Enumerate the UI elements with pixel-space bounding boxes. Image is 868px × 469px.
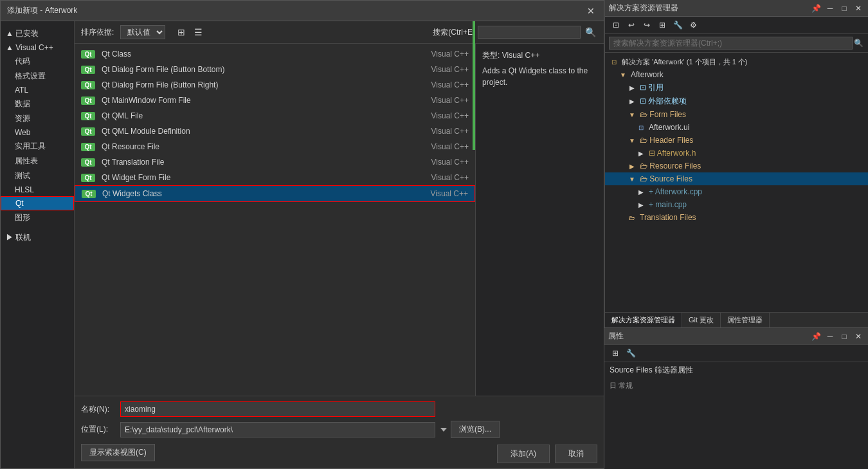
props-maximize-button[interactable]: □ xyxy=(838,331,850,342)
tree-item-form-files[interactable]: ▼ 🗁 Form Files xyxy=(605,108,868,121)
item-name-qt-widgets: Qt Widgets Class xyxy=(102,189,410,198)
maximize-button[interactable]: □ xyxy=(838,3,850,14)
minimize-button[interactable]: ─ xyxy=(824,3,836,14)
tree-label-form-files: 🗁 Form Files xyxy=(640,110,686,119)
search-label: 搜索(Ctrl+E) xyxy=(433,27,475,38)
item-type: Visual C++ xyxy=(417,50,469,59)
list-item[interactable]: Qt Qt Widget Form File Visual C++ xyxy=(75,170,475,185)
list-item-qt-widgets-class[interactable]: Qt Qt Widgets Class Visual C++ xyxy=(75,185,475,202)
sidebar-item-code[interactable]: 代码 xyxy=(1,54,74,69)
qt-badge: Qt xyxy=(81,112,95,120)
close-panel-button[interactable]: ✕ xyxy=(853,3,864,14)
sidebar-item-resource[interactable]: 资源 xyxy=(1,111,74,126)
list-view-button[interactable]: ☰ xyxy=(191,25,205,39)
props-pin-button[interactable]: 📌 xyxy=(810,331,822,342)
tree-item-references[interactable]: ▶ ⊡ 引用 xyxy=(605,81,868,95)
item-name: Qt Dialog Form File (Button Bottom) xyxy=(102,65,411,74)
tree-label-references: ⊡ 引用 xyxy=(640,82,664,93)
se-toolbar-btn-6[interactable]: ⚙ xyxy=(686,19,700,31)
tree-label-afterwork-h: ⊟ Afterwork.h xyxy=(649,149,696,158)
props-minimize-button[interactable]: ─ xyxy=(824,331,836,342)
sidebar-item-web[interactable]: Web xyxy=(1,126,74,139)
list-item[interactable]: Qt Qt Translation File Visual C++ xyxy=(75,154,475,170)
properties-title: 属性 xyxy=(608,331,624,342)
sidebar-item-graphics[interactable]: 图形 xyxy=(1,210,74,225)
item-type: Visual C++ xyxy=(417,173,469,182)
properties-filter-label: Source Files 筛选器属性 xyxy=(604,362,868,378)
tree-item-resource-files[interactable]: ▶ 🗁 Resource Files xyxy=(605,160,868,172)
sidebar-item-utility[interactable]: 实用工具 xyxy=(1,139,74,154)
item-type: Visual C++ xyxy=(417,65,469,74)
tree-item-afterwork-cpp[interactable]: ▶ + Afterwork.cpp xyxy=(605,185,868,198)
list-item[interactable]: Qt Qt MainWindow Form File Visual C++ xyxy=(75,93,475,108)
grid-view-button[interactable]: ⊞ xyxy=(174,25,188,39)
name-input[interactable] xyxy=(120,401,435,417)
tree-item-afterwork[interactable]: ▼ Afterwork xyxy=(605,68,868,81)
add-button[interactable]: 添加(A) xyxy=(497,445,550,463)
sort-select[interactable]: 默认值 xyxy=(120,25,165,39)
bottom-actions: 显示紧凑视图(C) 添加(A) 取消 xyxy=(81,442,597,463)
sidebar-item-hlsl[interactable]: HLSL xyxy=(1,183,74,196)
se-toolbar-btn-1[interactable]: ⊡ xyxy=(609,19,623,31)
tab-property-manager[interactable]: 属性管理器 xyxy=(721,313,770,327)
h-expand-icon: ▶ xyxy=(636,148,646,158)
cancel-button[interactable]: 取消 xyxy=(555,445,597,463)
solution-explorer-toolbar: ⊡ ↩ ↪ ⊞ 🔧 ⚙ xyxy=(605,17,868,34)
list-item[interactable]: Qt Qt QML File Visual C++ xyxy=(75,108,475,124)
path-dropdown-icon xyxy=(440,428,447,432)
tree-item-translation-files[interactable]: 🗁 Translation Files xyxy=(605,211,868,224)
list-item[interactable]: Qt Qt QML Module Definition Visual C++ xyxy=(75,124,475,139)
tree-item-external[interactable]: ▶ ⊡ 外部依赖项 xyxy=(605,95,868,108)
item-type: Visual C++ xyxy=(417,158,469,167)
name-row: 名称(N): xyxy=(81,401,597,417)
tree-item-header-files[interactable]: ▼ 🗁 Header Files xyxy=(605,134,868,147)
se-toolbar-btn-5[interactable]: 🔧 xyxy=(671,19,685,31)
sidebar-item-format[interactable]: 格式设置 xyxy=(1,69,74,84)
props-toolbar-btn-2[interactable]: 🔧 xyxy=(624,347,638,359)
res-folder-expand-icon: ▶ xyxy=(627,161,637,171)
pin-button[interactable]: 📌 xyxy=(810,3,822,14)
list-item[interactable]: Qt Qt Resource File Visual C++ xyxy=(75,139,475,154)
project-icon: ▼ xyxy=(618,69,628,80)
se-search-button[interactable]: 🔍 xyxy=(853,37,864,49)
header-folder-expand-icon: ▼ xyxy=(627,135,637,145)
se-toolbar-btn-4[interactable]: ⊞ xyxy=(655,19,669,31)
solution-explorer-search[interactable] xyxy=(609,37,853,50)
installed-group[interactable]: ▲ 已安装 xyxy=(1,26,74,41)
sidebar-item-test[interactable]: 测试 xyxy=(1,169,74,183)
visual-cpp-group[interactable]: ▲ Visual C++ xyxy=(1,41,74,54)
tree-item-solution[interactable]: ⊡ 解决方案 'Afterwork' (1 个项目，共 1 个) xyxy=(605,55,868,68)
se-toolbar-btn-2[interactable]: ↩ xyxy=(624,19,638,31)
item-name: Qt Translation File xyxy=(102,158,411,167)
tree-label-main-cpp: + main.cpp xyxy=(649,200,687,209)
browse-button[interactable]: 浏览(B)... xyxy=(451,421,500,438)
props-close-button[interactable]: ✕ xyxy=(853,331,864,342)
tree-item-main-cpp[interactable]: ▶ + main.cpp xyxy=(605,198,868,211)
tree-item-source-files[interactable]: ▼ 🗁 Source Files xyxy=(605,172,868,185)
compact-view-button[interactable]: 显示紧凑视图(C) xyxy=(81,444,155,461)
sidebar-item-qt[interactable]: Qt xyxy=(1,196,74,210)
tab-git-changes[interactable]: Git 更改 xyxy=(682,313,721,327)
search-input[interactable] xyxy=(478,26,581,39)
sidebar-item-online[interactable]: ▶ 联机 xyxy=(1,230,74,245)
properties-toolbar: ⊞ 🔧 xyxy=(604,345,868,362)
qt-badge: Qt xyxy=(81,81,95,89)
props-toolbar-btn-1[interactable]: ⊞ xyxy=(608,347,622,359)
sidebar-item-data[interactable]: 数据 xyxy=(1,97,74,111)
tab-solution-explorer[interactable]: 解决方案资源管理器 xyxy=(605,313,682,327)
list-item[interactable]: Qt Qt Dialog Form File (Button Right) Vi… xyxy=(75,77,475,93)
tree-item-afterwork-h[interactable]: ▶ ⊟ Afterwork.h xyxy=(605,147,868,160)
list-item[interactable]: Qt Qt Class Visual C++ xyxy=(75,46,475,62)
qt-badge: Qt xyxy=(81,174,95,182)
list-item[interactable]: Qt Qt Dialog Form File (Button Bottom) V… xyxy=(75,62,475,77)
location-input[interactable] xyxy=(120,422,435,437)
se-toolbar-btn-3[interactable]: ↪ xyxy=(640,19,654,31)
item-type: Visual C++ xyxy=(417,96,469,105)
category-sidebar: ▲ 已安装 ▲ Visual C++ 代码 格式设置 ATL 数据 资源 Web… xyxy=(1,21,75,468)
tree-item-afterwork-ui[interactable]: ⊡ Afterwork.ui xyxy=(605,121,868,134)
dialog-close-button[interactable]: ✕ xyxy=(584,5,597,17)
qt-badge: Qt xyxy=(81,143,95,151)
sidebar-item-propsheet[interactable]: 属性表 xyxy=(1,154,74,169)
sidebar-item-atl[interactable]: ATL xyxy=(1,84,74,97)
search-button[interactable]: 🔍 xyxy=(583,25,597,39)
